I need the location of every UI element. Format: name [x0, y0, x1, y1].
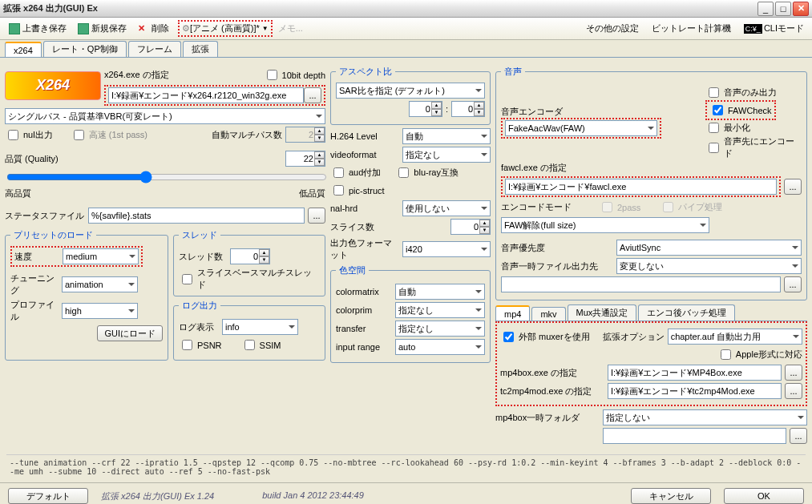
tab-mkv[interactable]: mkv — [531, 307, 565, 321]
close-button[interactable]: ✕ — [793, 2, 809, 16]
statsfile-browse-button[interactable]: ... — [308, 208, 325, 224]
color-group: 色空間 colormatrix自動 colorprim指定なし transfer… — [330, 264, 491, 363]
tc2mp4-path-input[interactable] — [608, 383, 782, 399]
quality-slider[interactable] — [6, 171, 327, 183]
tab-post-batch[interactable]: エンコ後バッチ処理 — [638, 304, 735, 321]
auto-multipass-label: 自動マルチパス数 — [212, 129, 282, 141]
colorprim-select[interactable]: 指定なし — [395, 302, 485, 318]
load-gui-button[interactable]: GUIにロード — [97, 325, 163, 341]
inputrange-select[interactable]: auto — [395, 339, 485, 355]
tab-mp4[interactable]: mp4 — [495, 305, 530, 321]
other-settings-link[interactable]: その他の設定 — [581, 22, 644, 34]
speed-select[interactable]: medium — [63, 248, 139, 264]
priority-select[interactable]: AviutlSync — [616, 240, 802, 256]
nalhrd-select[interactable]: 使用しない — [402, 200, 491, 216]
memo-button[interactable]: メモ... — [273, 20, 309, 38]
audio-tmp-select[interactable]: 変更しない — [616, 258, 802, 274]
nul-output-checkbox[interactable]: nul出力 — [5, 127, 53, 143]
app-version-label: 拡張 x264 出力(GUI) Ex 1.24 — [101, 490, 214, 502]
enc-mode-select[interactable]: FAW解除(full size) — [501, 217, 709, 233]
mode-select[interactable]: シングルパス - 品質基準VBR(可変レート) — [5, 108, 325, 124]
nalhrd-label: nal-hrd — [330, 204, 399, 213]
mp4tmp-label: mp4box一時フォルダ — [495, 412, 600, 424]
colormatrix-select[interactable]: 自動 — [395, 284, 485, 300]
colorfmt-select[interactable]: i420 — [402, 241, 491, 257]
fawcheck-checkbox[interactable]: FAWCheck — [709, 103, 772, 118]
mp4box-path-input[interactable] — [608, 365, 782, 381]
statsfile-input[interactable] — [88, 208, 305, 224]
delete-button[interactable]: ✕削除 — [132, 20, 175, 38]
save-new-button[interactable]: 新規保存 — [72, 20, 132, 38]
window-title: 拡張 x264 出力(GUI) Ex — [3, 2, 756, 14]
mp4tmp-browse-button[interactable]: ... — [790, 428, 807, 444]
aspect-mode-select[interactable]: SAR比を指定 (デフォルト) — [336, 83, 485, 99]
fawcl-label: fawcl.exe の指定 — [501, 162, 802, 174]
colorfmt-label: 出力色フォーマット — [330, 237, 399, 261]
apple-format-checkbox[interactable]: Apple形式に対応 — [717, 347, 802, 362]
audio-only-checkbox[interactable]: 音声のみ出力 — [705, 85, 777, 100]
h264level-select[interactable]: 自動 — [402, 128, 491, 144]
ssim-checkbox[interactable]: SSIM — [241, 337, 281, 353]
cancel-button[interactable]: キャンセル — [631, 488, 711, 504]
cli-mode-link[interactable]: C:¥_CLIモード — [739, 22, 809, 34]
fawcl-path-input[interactable] — [505, 179, 777, 195]
minimize-checkbox[interactable]: 最小化 — [705, 120, 750, 135]
tenbit-checkbox[interactable]: 10bit depth — [264, 67, 325, 83]
aspect-legend: アスペクト比 — [336, 66, 395, 78]
tab-rate-qp[interactable]: レート・QP制御 — [43, 41, 127, 57]
pipe-checkbox: パイプ処理 — [660, 200, 722, 215]
thread-group: スレッド スレッド数▲▼ スライスベースマルチスレッド — [173, 229, 325, 296]
hq-label: 高品質 — [5, 187, 31, 200]
use-ext-muxer-checkbox[interactable]: 外部 muxerを使用 — [500, 329, 590, 345]
footer: デフォルト 拡張 x264 出力(GUI) Ex 1.24 build Jan … — [0, 482, 812, 504]
audio-encoder-select[interactable]: FakeAacWav(FAW) — [505, 120, 657, 136]
transfer-select[interactable]: 指定なし — [395, 321, 485, 337]
tab-ext[interactable]: 拡張 — [183, 41, 218, 57]
audio-tmp-path-input[interactable] — [501, 276, 781, 292]
sliced-mt-checkbox[interactable]: スライスベースマルチスレッド — [179, 267, 320, 291]
audio-tmp-label: 音声一時ファイル出力先 — [501, 260, 613, 272]
aud-checkbox[interactable]: aud付加 — [330, 165, 381, 180]
picstruct-checkbox[interactable]: pic-struct — [330, 183, 385, 198]
exe-path-input[interactable] — [108, 87, 304, 103]
bitrate-calc-link[interactable]: ビットレート計算機 — [647, 22, 736, 34]
videoformat-select[interactable]: 指定なし — [402, 147, 491, 163]
log-level-label: ログ表示 — [179, 321, 219, 333]
cli-icon: C:¥_ — [744, 24, 762, 34]
psnr-checkbox[interactable]: PSNR — [179, 337, 222, 353]
tab-frame[interactable]: フレーム — [128, 41, 181, 57]
tab-mux-common[interactable]: Mux共通設定 — [568, 304, 637, 321]
priority-label: 音声優先度 — [501, 242, 613, 254]
maximize-button[interactable]: □ — [775, 2, 791, 16]
main-tabs: x264 レート・QP制御 フレーム 拡張 — [0, 40, 812, 58]
tab-x264[interactable]: x264 — [5, 42, 42, 57]
colorprim-label: colorprim — [336, 305, 392, 315]
exe-browse-button[interactable]: ... — [304, 87, 321, 103]
fawcl-browse-button[interactable]: ... — [784, 179, 802, 195]
statsfile-label: ステータスファイル — [5, 210, 85, 222]
fast-1stpass-checkbox[interactable]: 高速 (1st pass) — [71, 127, 147, 143]
mp4box-browse-button[interactable]: ... — [785, 365, 802, 381]
audio-first-checkbox[interactable]: 音声先にエンコード — [705, 135, 802, 159]
mp4box-label: mp4box.exe の指定 — [500, 367, 604, 379]
log-level-select[interactable]: info — [222, 319, 298, 335]
tc2mp4-browse-button[interactable]: ... — [785, 383, 802, 399]
ok-button[interactable]: OK — [724, 488, 804, 504]
profile-select[interactable]: high — [62, 303, 138, 319]
bluray-checkbox[interactable]: blu-ray互換 — [395, 165, 459, 180]
quality-label: 品質 (Quality) — [5, 153, 59, 165]
default-button[interactable]: デフォルト — [8, 488, 88, 504]
minimize-button[interactable]: _ — [757, 2, 774, 16]
mp4tmp-select[interactable]: 指定しない — [603, 409, 807, 425]
save-overwrite-button[interactable]: 上書き保存 — [3, 20, 72, 38]
ext-opt-select[interactable]: chapter.auf 自動出力用 — [668, 329, 802, 345]
tune-select[interactable]: animation — [62, 276, 138, 292]
videoformat-label: videoformat — [330, 150, 399, 159]
mp4tmp-path-input[interactable] — [603, 428, 786, 444]
audio-tmp-browse-button[interactable]: ... — [784, 276, 802, 292]
threads-label: スレッド数 — [179, 251, 227, 263]
tc2mp4-label: tc2mp4mod.exe の指定 — [500, 385, 604, 397]
inputrange-label: input range — [336, 342, 392, 352]
transfer-label: transfer — [336, 324, 392, 333]
profile-preset-dropdown[interactable]: ⚙ [アニメ (高画質)]* ▼ — [178, 20, 273, 37]
